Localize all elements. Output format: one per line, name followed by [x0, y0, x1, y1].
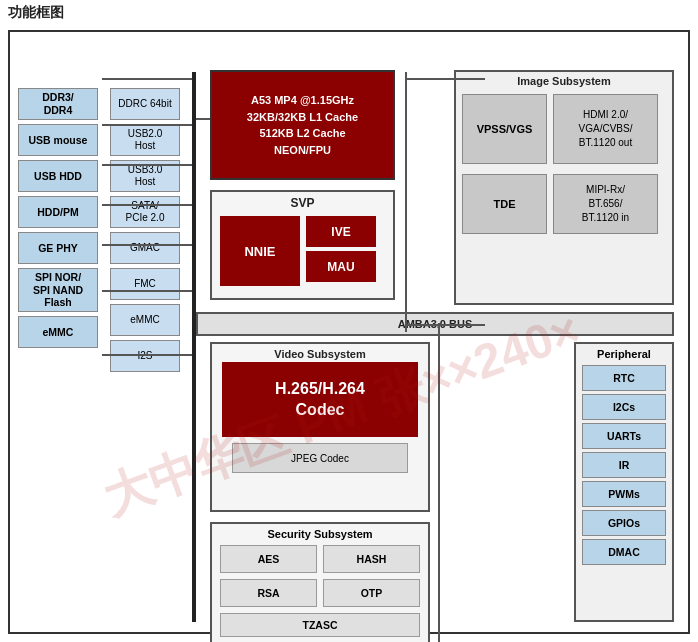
image-row2: TDE MIPI-Rx/BT.656/BT.1120 in	[456, 168, 672, 238]
bus-to-image	[405, 78, 485, 80]
device-usb-hdd: USB HDD	[18, 160, 98, 192]
connector-ddr	[102, 78, 192, 80]
svp-mau: MAU	[306, 251, 376, 282]
tzasc-box: TZASC	[220, 613, 420, 637]
video-subsystem: Video Subsystem H.265/H.264Codec JPEG Co…	[210, 342, 430, 512]
device-spi-nor: SPI NOR/SPI NANDFlash	[18, 268, 98, 312]
peri-rtc: RTC	[582, 365, 666, 391]
svp-inner: NNIE IVE MAU	[212, 212, 393, 290]
image-subsystem-title: Image Subsystem	[456, 72, 672, 90]
device-ddr: DDR3/DDR4	[18, 88, 98, 120]
svp-right-col: IVE MAU	[306, 216, 376, 286]
peri-uarts: UARTs	[582, 423, 666, 449]
device-emmc: eMMC	[18, 316, 98, 348]
otp-box: OTP	[323, 579, 420, 607]
connector-emmc	[102, 354, 192, 356]
cpu-line1: A53 MP4 @1.15GHz	[251, 92, 354, 109]
bus-to-cpu-h	[196, 118, 210, 120]
if-sata: SATA/PCIe 2.0	[110, 196, 180, 228]
hdmi-box: HDMI 2.0/VGA/CVBS/BT.1120 out	[553, 94, 658, 164]
vertical-bus-line	[192, 72, 196, 622]
tzasc-row: TZASC	[212, 610, 428, 640]
vpss-box: VPSS/VGS	[462, 94, 547, 164]
peri-i2cs: I2Cs	[582, 394, 666, 420]
tde-box: TDE	[462, 174, 547, 234]
peri-pwms: PWMs	[582, 481, 666, 507]
peripheral-subsystem: Peripheral RTC I2Cs UARTs IR PWMs GPIOs …	[574, 342, 674, 622]
if-gmac: GMAC	[110, 232, 180, 264]
main-container: DDR3/DDR4 USB mouse USB HDD HDD/PM GE PH…	[8, 30, 690, 634]
peri-dmac: DMAC	[582, 539, 666, 565]
aes-box: AES	[220, 545, 317, 573]
security-row2: RSA OTP	[212, 576, 428, 610]
jpeg-codec-box: JPEG Codec	[232, 443, 408, 473]
connector-usb-hdd	[102, 164, 192, 166]
connector-hdd-pm	[102, 204, 192, 206]
svp-nnie: NNIE	[220, 216, 300, 286]
mipi-box: MIPI-Rx/BT.656/BT.1120 in	[553, 174, 658, 234]
cpu-line2: 32KB/32KB L1 Cache	[247, 109, 358, 126]
svp-title: SVP	[212, 192, 393, 212]
if-i2s: I2S	[110, 340, 180, 372]
video-title: Video Subsystem	[212, 344, 428, 362]
cpu-line3: 512KB L2 Cache	[259, 125, 345, 142]
right-bus-v	[405, 72, 407, 332]
device-hdd-pm: HDD/PM	[18, 196, 98, 228]
connector-usb-mouse	[102, 124, 192, 126]
hash-box: HASH	[323, 545, 420, 573]
page-title: 功能框图	[0, 0, 698, 26]
peri-ir: IR	[582, 452, 666, 478]
device-usb-mouse: USB mouse	[18, 124, 98, 156]
svp-block: SVP NNIE IVE MAU	[210, 190, 395, 300]
cpu-block: A53 MP4 @1.15GHz 32KB/32KB L1 Cache 512K…	[210, 70, 395, 180]
cpu-line4: NEON/FPU	[274, 142, 331, 159]
if-emmc: eMMC	[110, 304, 180, 336]
svp-ive: IVE	[306, 216, 376, 247]
bus-to-video	[405, 324, 485, 326]
peri-gpios: GPIOs	[582, 510, 666, 536]
if-usb2: USB2.0Host	[110, 124, 180, 156]
device-labels: DDR3/DDR4 USB mouse USB HDD HDD/PM GE PH…	[18, 88, 98, 348]
security-title: Security Subsystem	[212, 524, 428, 542]
image-subsystem: Image Subsystem VPSS/VGS HDMI 2.0/VGA/CV…	[454, 70, 674, 305]
interface-labels: DDRC 64bit USB2.0Host USB3.0Host SATA/PC…	[110, 88, 180, 372]
if-fmc: FMC	[110, 268, 180, 300]
right-bus-v2	[438, 323, 440, 642]
if-ddrc: DDRC 64bit	[110, 88, 180, 120]
security-subsystem: Security Subsystem AES HASH RSA OTP TZAS…	[210, 522, 430, 642]
h265-codec-box: H.265/H.264Codec	[222, 362, 418, 437]
device-ge-phy: GE PHY	[18, 232, 98, 264]
connector-ge-phy	[102, 244, 192, 246]
peripheral-title: Peripheral	[576, 344, 672, 362]
image-row1: VPSS/VGS HDMI 2.0/VGA/CVBS/BT.1120 out	[456, 90, 672, 168]
security-row1: AES HASH	[212, 542, 428, 576]
connector-spi	[102, 290, 192, 292]
rsa-box: RSA	[220, 579, 317, 607]
